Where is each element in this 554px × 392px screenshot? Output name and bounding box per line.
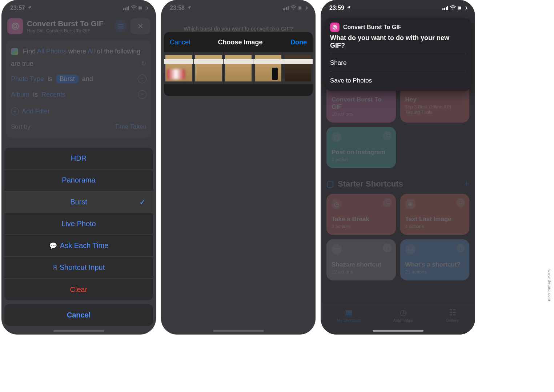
choose-image-sheet: Cancel Choose Image Done bbox=[164, 32, 313, 96]
chip-photo-type[interactable]: Photo Type bbox=[11, 75, 44, 83]
find-photos-card: Find All Photos where All of the followi… bbox=[6, 40, 152, 138]
tile-subtitle: 4 actions bbox=[405, 224, 465, 229]
add-shortcut-button[interactable]: + bbox=[464, 178, 469, 189]
add-filter-button[interactable]: + Add Filter bbox=[11, 105, 146, 117]
location-icon bbox=[27, 5, 32, 11]
status-time: 23:59 bbox=[329, 5, 344, 11]
phone-screen-2: 23:58 Which burst do you want to convert… bbox=[161, 0, 316, 335]
stack-icon: ☷ bbox=[446, 308, 459, 317]
sort-by-label: Sort by bbox=[11, 121, 31, 133]
section-title: Starter Shortcuts bbox=[338, 179, 403, 189]
tab-my-shortcuts[interactable]: ▦ My Shortcuts bbox=[337, 308, 360, 323]
chip-album[interactable]: Album bbox=[11, 91, 29, 98]
burst-thumb[interactable] bbox=[164, 52, 194, 84]
burst-thumb[interactable] bbox=[253, 52, 283, 84]
notification-question: What do you want to do with your new GIF… bbox=[330, 34, 466, 49]
chip-all[interactable]: All bbox=[88, 48, 95, 55]
chip-recents[interactable]: Recents bbox=[41, 91, 65, 98]
shortcut-header: Convert Burst To GIF Hey Siri, Convert B… bbox=[1, 16, 156, 36]
tab-automation[interactable]: ◷ Automation bbox=[393, 308, 413, 323]
layers-icon: ⬚ bbox=[332, 132, 342, 142]
tab-gallery[interactable]: ☷ Gallery bbox=[446, 308, 459, 323]
done-button[interactable]: Done bbox=[290, 39, 307, 46]
burst-thumb[interactable] bbox=[283, 52, 313, 84]
more-icon[interactable]: ⋯ bbox=[383, 131, 392, 140]
status-bar: 23:59 bbox=[321, 0, 475, 16]
status-bar: 23:57 bbox=[1, 0, 156, 16]
check-icon: ✓ bbox=[139, 197, 146, 207]
remove-filter-button[interactable]: − bbox=[138, 75, 146, 83]
picker-option-hdr[interactable]: HDR bbox=[4, 148, 153, 169]
burst-thumb[interactable] bbox=[224, 52, 253, 84]
chip-burst-selected[interactable]: Burst bbox=[56, 75, 79, 83]
plus-circle-icon: ⊕ bbox=[405, 199, 416, 209]
remove-filter-button-2[interactable]: − bbox=[138, 90, 146, 99]
burst-thumb[interactable] bbox=[194, 52, 224, 84]
battery-icon bbox=[298, 6, 307, 10]
shortcut-tile-shazam[interactable]: 〰 ⋯ Shazam shortcut 12 actions bbox=[326, 239, 396, 280]
more-icon[interactable]: ⋯ bbox=[383, 198, 392, 207]
option-save-to-photos[interactable]: Save to Photos bbox=[330, 72, 466, 89]
shortcut-tile-instagram[interactable]: ⬚ ⋯ Post on Instagram 1 action bbox=[326, 127, 396, 168]
sort-by-value[interactable]: Time Taken bbox=[115, 121, 146, 133]
battery-icon bbox=[138, 6, 147, 10]
tile-title: Text Last Image bbox=[405, 216, 465, 223]
clock-icon: ◷ bbox=[393, 308, 413, 317]
picker-option-live-photo[interactable]: Live Photo bbox=[4, 213, 153, 235]
cellular-icon bbox=[123, 6, 129, 10]
more-icon[interactable]: ⋯ bbox=[383, 244, 392, 252]
svg-point-1 bbox=[14, 25, 17, 28]
svg-point-0 bbox=[12, 23, 18, 29]
tile-subtitle: 3 actions bbox=[332, 224, 391, 229]
shortcut-title: Convert Burst To GIF bbox=[27, 19, 111, 28]
shortcut-app-icon bbox=[330, 23, 340, 32]
option-share[interactable]: Share bbox=[330, 54, 466, 72]
clock-icon: ◷ bbox=[332, 199, 342, 209]
chat-icon: 💬 bbox=[49, 242, 57, 250]
status-bar: 23:58 bbox=[161, 0, 316, 16]
text-is: is bbox=[48, 75, 52, 83]
tile-subtitle: 10 actions bbox=[332, 111, 391, 117]
wifi-icon bbox=[450, 5, 456, 11]
sheet-title: Choose Image bbox=[218, 39, 263, 46]
more-icon[interactable]: ⋯ bbox=[456, 198, 465, 207]
tile-title: Shazam shortcut bbox=[332, 261, 391, 268]
shortcut-tile-take-break[interactable]: ◷ ⋯ Take a Break 3 actions bbox=[326, 194, 396, 235]
text-where: where bbox=[68, 48, 86, 55]
text-is-2: is bbox=[33, 91, 38, 98]
burst-thumbnails bbox=[164, 52, 313, 84]
photos-app-icon bbox=[11, 48, 18, 55]
layers-icon: ⬚ bbox=[405, 244, 416, 255]
tile-subtitle: 21 actions bbox=[405, 269, 465, 275]
shortcut-app-icon bbox=[7, 18, 23, 34]
home-indicator[interactable] bbox=[213, 330, 264, 332]
picker-option-shortcut-input[interactable]: ⎘ Shortcut Input bbox=[4, 257, 153, 279]
tile-title: What's a shortcut? bbox=[405, 261, 465, 268]
home-indicator[interactable] bbox=[373, 330, 423, 332]
waveform-icon: 〰 bbox=[332, 244, 342, 255]
settings-button[interactable] bbox=[115, 20, 127, 32]
cellular-icon bbox=[283, 6, 289, 10]
battery-icon bbox=[458, 6, 466, 10]
chip-all-photos[interactable]: All Photos bbox=[37, 48, 67, 55]
plus-icon: + bbox=[11, 107, 19, 115]
picker-cancel[interactable]: Cancel bbox=[4, 304, 153, 326]
picker-clear[interactable]: Clear bbox=[4, 279, 153, 300]
shortcut-subtitle: Hey Siri, Convert Burst To GIF bbox=[27, 28, 111, 33]
more-icon[interactable]: ⋯ bbox=[456, 244, 465, 252]
picker-option-burst[interactable]: Burst ✓ bbox=[4, 191, 153, 213]
picker-option-ask-each-time[interactable]: 💬 Ask Each Time bbox=[4, 235, 153, 257]
picker-option-panorama[interactable]: Panorama bbox=[4, 169, 153, 191]
shortcut-tile-whats-shortcut[interactable]: ⬚ ⋯ What's a shortcut? 21 actions bbox=[400, 239, 470, 280]
wifi-icon bbox=[290, 5, 296, 11]
photo-type-picker: HDR Panorama Burst ✓ Live Photo 💬 Ask Ea… bbox=[1, 148, 156, 335]
wifi-icon bbox=[131, 5, 137, 11]
gif-action-notification: Convert Burst To GIF What do you want to… bbox=[324, 18, 471, 91]
phone-screen-1: 23:57 Convert Burst To GIF Hey Siri, Con… bbox=[1, 0, 156, 335]
shortcut-tile-text-last-image[interactable]: ⊕ ⋯ Text Last Image 4 actions bbox=[400, 194, 470, 235]
status-time: 23:57 bbox=[10, 5, 25, 11]
cancel-button[interactable]: Cancel bbox=[170, 39, 190, 46]
phone-screen-3: 23:59 ◎ ⋯ Convert Burst To GIF 10 action… bbox=[321, 0, 475, 335]
grid-icon: ▦ bbox=[337, 308, 360, 317]
close-button[interactable]: ✕ bbox=[131, 18, 150, 34]
